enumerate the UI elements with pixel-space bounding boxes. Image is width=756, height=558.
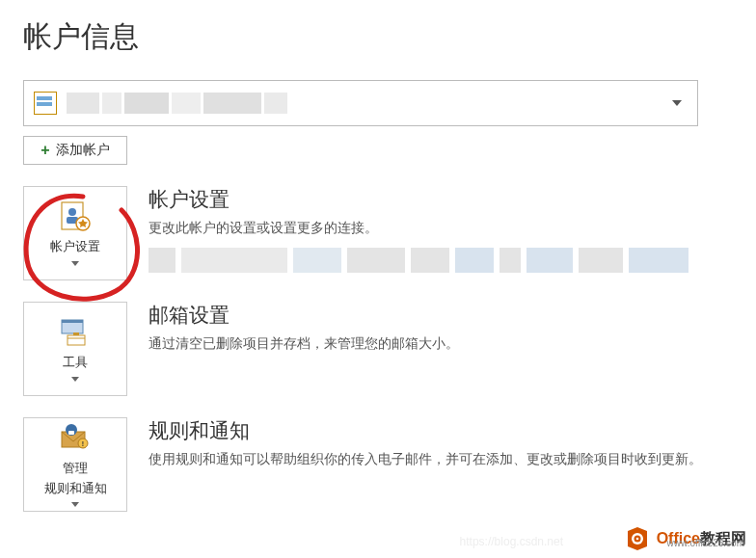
svg-rect-5: [62, 320, 83, 323]
tile-label: 帐户设置: [50, 239, 100, 254]
faint-source-url: https://blog.csdn.net: [460, 535, 563, 548]
section-title-account: 帐户设置: [148, 186, 733, 213]
chevron-down-icon: [71, 502, 79, 507]
svg-rect-11: [68, 431, 74, 435]
rules-icon: !: [56, 422, 94, 455]
section-desc-mailbox: 通过清空已删除项目并存档，来管理您的邮箱大小。: [148, 334, 733, 354]
plus-icon: +: [40, 143, 49, 158]
account-icon: [34, 92, 57, 115]
account-select-dropdown[interactable]: [23, 80, 698, 126]
redacted-account-name: [67, 93, 287, 114]
tile-label-line1: 管理: [63, 461, 88, 476]
add-account-button[interactable]: + 添加帐户: [23, 136, 127, 165]
page-title: 帐户信息: [23, 17, 733, 57]
manage-rules-tile[interactable]: ! 管理 规则和通知: [23, 417, 127, 512]
svg-rect-8: [73, 332, 79, 335]
svg-point-16: [635, 538, 638, 541]
svg-rect-6: [68, 335, 85, 345]
watermark: Office教程网 www.office26.com: [624, 525, 746, 552]
account-settings-tile[interactable]: 帐户设置: [23, 186, 127, 280]
watermark-url: www.office26.com: [667, 539, 744, 548]
tile-label-line2: 规则和通知: [44, 481, 107, 496]
chevron-down-icon: [71, 377, 79, 382]
chevron-down-icon: [71, 261, 79, 266]
tools-icon: [56, 316, 94, 349]
svg-point-1: [68, 208, 76, 216]
section-desc-account: 更改此帐户的设置或设置更多的连接。: [148, 219, 733, 238]
section-desc-rules: 使用规则和通知可以帮助组织你的传入电子邮件，并可在添加、更改或删除项目时收到更新…: [148, 450, 733, 469]
chevron-down-icon: [672, 100, 682, 106]
tools-tile[interactable]: 工具: [23, 302, 127, 396]
watermark-icon: [624, 525, 651, 552]
account-settings-icon: [56, 200, 94, 233]
section-title-mailbox: 邮箱设置: [148, 302, 733, 329]
svg-text:!: !: [82, 440, 84, 447]
add-account-label: 添加帐户: [56, 142, 110, 159]
section-title-rules: 规则和通知: [148, 417, 733, 444]
redacted-account-detail: [148, 248, 733, 273]
tile-label: 工具: [63, 355, 88, 370]
